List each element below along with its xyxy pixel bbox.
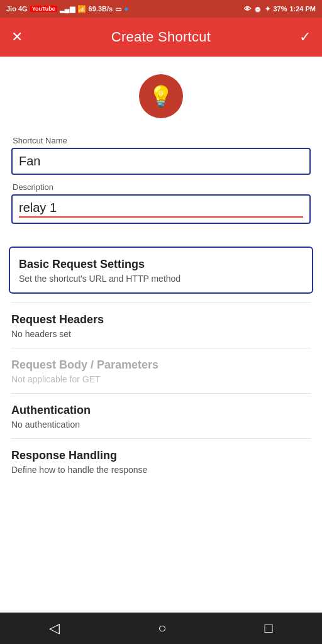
close-button[interactable]: ✕	[11, 29, 23, 45]
description-wrapper	[11, 194, 311, 224]
confirm-button[interactable]: ✓	[299, 29, 311, 45]
response-handling-title: Response Handling	[11, 449, 311, 462]
eye-icon: 👁	[244, 5, 251, 13]
request-headers-section[interactable]: Request Headers No headers set	[0, 303, 322, 348]
battery-label: 37%	[273, 5, 287, 13]
back-button[interactable]: ◁	[49, 620, 60, 636]
authentication-title: Authentication	[11, 404, 311, 417]
response-handling-section[interactable]: Response Handling Define how to handle t…	[0, 439, 322, 484]
status-bar: Jio 4G YouTube ▂▄▆ 📶 69.3B/s ▭ ● 👁 ⏰ ✦ 3…	[0, 0, 322, 18]
speed-label: 69.3B/s	[89, 5, 113, 13]
bluetooth-icon: ✦	[265, 5, 270, 13]
screen-icon: ▭	[115, 5, 121, 13]
dot-icon: ●	[124, 4, 128, 13]
request-body-title: Request Body / Parameters	[11, 358, 311, 372]
shortcut-name-label: Shortcut Name	[11, 136, 311, 145]
status-bar-right: 👁 ⏰ ✦ 37% 1:24 PM	[244, 5, 316, 13]
request-body-section: Request Body / Parameters Not applicable…	[0, 348, 322, 393]
description-input[interactable]	[19, 201, 303, 218]
authentication-desc: No authentication	[11, 419, 311, 430]
page-title: Create Shortcut	[111, 29, 211, 45]
nav-bar: ◁ ○ □	[0, 613, 322, 644]
icon-area: 💡	[0, 57, 322, 128]
shortcut-name-input[interactable]	[19, 154, 303, 169]
home-button[interactable]: ○	[158, 620, 166, 636]
status-bar-left: Jio 4G YouTube ▂▄▆ 📶 69.3B/s ▭ ●	[6, 4, 128, 13]
basic-request-title: Basic Request Settings	[19, 258, 303, 271]
request-headers-title: Request Headers	[11, 313, 311, 326]
request-body-desc: Not applicable for GET	[11, 374, 311, 384]
response-handling-desc: Define how to handle the response	[11, 465, 311, 475]
app-bar: ✕ Create Shortcut ✓	[0, 18, 322, 57]
content-area: 💡 Shortcut Name Description Basic Reques…	[0, 57, 322, 521]
youtube-tag: YouTube	[30, 6, 57, 12]
description-label: Description	[11, 182, 311, 192]
authentication-section[interactable]: Authentication No authentication	[0, 394, 322, 438]
basic-request-desc: Set the shortcut's URL and HTTP method	[19, 274, 303, 284]
shortcut-name-wrapper	[11, 148, 311, 175]
lightbulb-icon: 💡	[148, 84, 174, 108]
carrier-label: Jio 4G	[6, 5, 28, 13]
form-section: Shortcut Name Description	[0, 136, 322, 233]
wifi-icon: 📶	[77, 5, 86, 13]
signal-icon: ▂▄▆	[60, 5, 75, 13]
app-icon-circle[interactable]: 💡	[139, 74, 183, 118]
time-label: 1:24 PM	[289, 5, 316, 13]
request-headers-desc: No headers set	[11, 329, 311, 339]
alarm-icon: ⏰	[253, 5, 262, 13]
basic-request-section[interactable]: Basic Request Settings Set the shortcut'…	[9, 247, 313, 294]
recents-button[interactable]: □	[265, 620, 273, 636]
